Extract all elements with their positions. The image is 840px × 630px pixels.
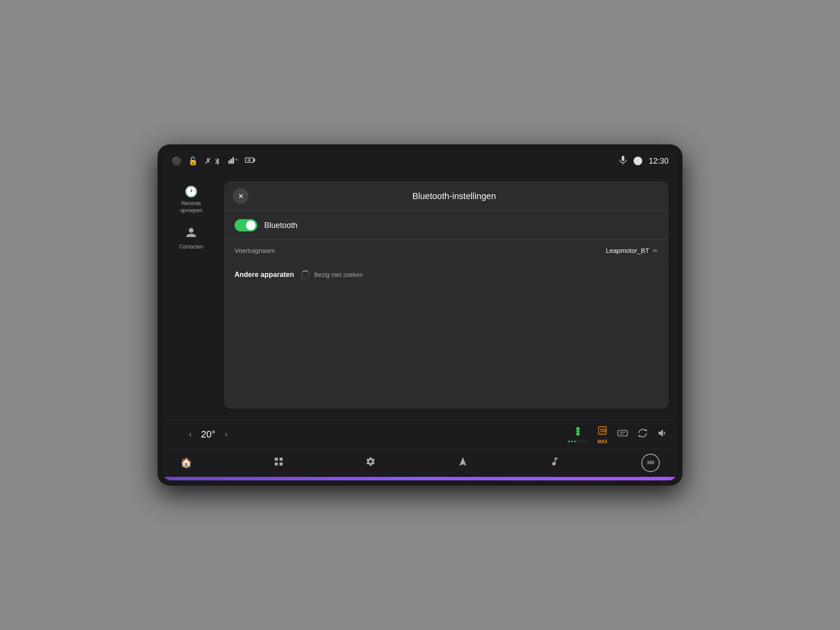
svg-rect-14 [275, 462, 278, 466]
car-screen: ⚫ 🔓 ✗ 4G [163, 150, 677, 480]
other-devices-row: Andere apparaten Bezig met zoeken [224, 262, 668, 288]
battery-icon [245, 156, 256, 166]
contacts-icon [186, 227, 197, 241]
svg-rect-2 [232, 157, 234, 164]
bottom-bar: ‹ 20° › [163, 420, 677, 477]
unlock-icon: 🔓 [188, 156, 198, 166]
heat-control[interactable]: MAX [597, 425, 608, 444]
temperature-display: 20° [195, 429, 221, 440]
searching-indicator: Bezig met zoeken [301, 270, 363, 279]
bluetooth-toggle-row: Bluetooth [224, 211, 668, 240]
main-content: 🕐 Recenteoproepen Contacten [163, 172, 677, 420]
vehicle-name-row: Voertuignaam Leapmotor_BT ✏ [224, 240, 668, 262]
sidebar: 🕐 Recenteoproepen Contacten [163, 172, 220, 420]
svg-rect-5 [254, 159, 255, 161]
bluetooth-label: Bluetooth [264, 221, 298, 230]
heat-icon [597, 425, 608, 438]
fan-icon [573, 426, 583, 439]
dialog-title: Bluetooth-instellingen [248, 191, 660, 201]
dialog-area: ✕ Bluetooth-instellingen Bluetooth Voert… [220, 172, 677, 420]
recirculation-icon [637, 427, 648, 441]
status-bar-left: ⚫ 🔓 ✗ 4G [172, 156, 256, 166]
vehicle-name-label: Voertuignaam [234, 247, 275, 254]
dialog-close-button[interactable]: ✕ [233, 188, 248, 204]
ac-icon [617, 427, 628, 441]
purple-accent-bar [163, 477, 677, 480]
apps-icon [273, 456, 284, 469]
max-badge: MAX [598, 439, 607, 444]
nav-360[interactable]: 360 [641, 454, 660, 472]
signal-icon: 4G [228, 156, 238, 166]
edit-icon: ✏ [653, 247, 658, 254]
svg-rect-0 [228, 160, 230, 163]
recent-calls-icon: 🕐 [185, 186, 198, 198]
search-spinner [301, 270, 310, 279]
sound-level[interactable] [657, 427, 668, 441]
sidebar-item-recent-calls[interactable]: 🕐 Recenteoproepen [167, 181, 215, 218]
nav-settings[interactable] [365, 456, 376, 469]
status-bar: ⚫ 🔓 ✗ 4G [163, 150, 677, 172]
svg-rect-6 [622, 156, 624, 161]
nav-home[interactable]: 🏠 [180, 457, 192, 469]
status-time: 12:30 [649, 157, 668, 166]
sidebar-item-contacts-label: Contacten [179, 244, 203, 251]
sound-icon [657, 427, 668, 441]
nav-apps[interactable] [273, 456, 284, 469]
temp-increase-arrow[interactable]: › [225, 430, 228, 439]
ac-display[interactable] [617, 427, 628, 441]
settings-icon [365, 456, 376, 469]
nav-navigation[interactable] [458, 456, 468, 469]
bluetooth-toggle[interactable] [234, 219, 257, 231]
other-devices-label: Andere apparaten [234, 271, 294, 279]
sidebar-item-recent-calls-label: Recenteoproepen [180, 200, 203, 214]
svg-rect-13 [280, 458, 283, 461]
nav-music[interactable] [550, 456, 560, 469]
svg-rect-15 [280, 462, 283, 466]
svg-rect-9 [618, 430, 627, 436]
alarm-icon: ⚪ [633, 156, 643, 166]
nav-row: 🏠 [163, 449, 677, 477]
searching-label: Bezig met zoeken [314, 271, 363, 278]
status-bar-right: ⚪ 12:30 [619, 156, 668, 167]
profile-icon: ⚫ [172, 156, 181, 166]
climate-row: ‹ 20° › [163, 420, 677, 449]
mic-icon [619, 156, 627, 167]
car-screen-wrapper: ⚫ 🔓 ✗ 4G [158, 144, 682, 486]
svg-rect-1 [231, 159, 232, 164]
dialog-header: ✕ Bluetooth-instellingen [224, 181, 668, 211]
vehicle-name-value[interactable]: Leapmotor_BT ✏ [606, 247, 658, 254]
nav-360-label: 360 [647, 460, 654, 465]
sidebar-item-contacts[interactable]: Contacten [167, 223, 215, 255]
temp-decrease-arrow[interactable]: ‹ [189, 430, 192, 439]
recirculation-control[interactable] [637, 427, 648, 441]
bluetooth-status-icon: ✗ [205, 156, 221, 166]
home-icon: 🏠 [180, 457, 192, 469]
svg-rect-12 [275, 458, 278, 461]
nav-360-circle: 360 [641, 454, 660, 472]
vehicle-name-text: Leapmotor_BT [606, 247, 649, 254]
navigation-icon [458, 456, 468, 469]
svg-text:4G: 4G [235, 157, 238, 161]
bluetooth-dialog: ✕ Bluetooth-instellingen Bluetooth Voert… [224, 181, 668, 409]
fan-speed-control[interactable] [568, 426, 588, 442]
music-icon [550, 456, 560, 469]
